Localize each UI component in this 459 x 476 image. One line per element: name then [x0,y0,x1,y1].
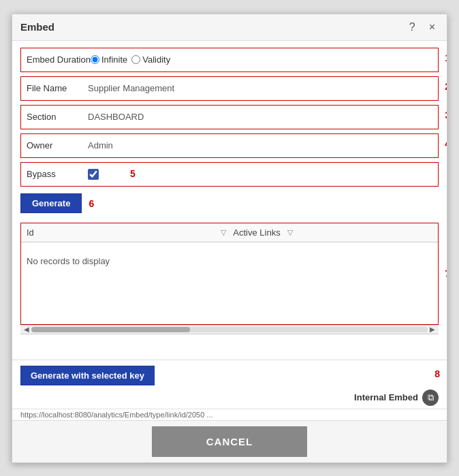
col-links-label: Active Links [233,227,280,238]
radio-validity-label[interactable]: Validity [131,54,170,65]
help-button[interactable]: ? [406,20,419,35]
dialog-body: Embed Duration Infinite Validity 1 File … [12,41,447,360]
col-links: ▽ Active Links ▽ [81,227,432,238]
scrollbar-track [31,327,428,332]
embed-duration-options: Infinite Validity [91,54,170,65]
no-records-text: No records to display [27,253,110,269]
scroll-right-arrow[interactable]: ▶ [428,326,437,333]
filter-icon-left[interactable]: ▽ [221,228,226,237]
section-input[interactable] [88,112,432,122]
col-id: Id [27,227,81,238]
radio-infinite[interactable] [91,55,99,64]
annotation-3: 3 [445,110,447,121]
dialog-header: Embed ? × [12,14,447,41]
file-name-label: File Name [27,83,88,93]
annotation-4: 4 [445,138,447,149]
close-button[interactable]: × [426,20,439,35]
generate-row: Generate 6 [20,191,439,217]
scrollbar-thumb [31,327,190,332]
section-label: Section [27,112,88,122]
col-id-label: Id [27,227,34,238]
section-row: Section 3 [20,105,439,129]
dialog-title: Embed [20,21,54,33]
bottom-section: Generate with selected key 8 Internal Em… [12,360,447,420]
scroll-left-arrow[interactable]: ◀ [22,326,31,333]
internal-embed-row: Internal Embed ⧉ [12,388,447,409]
annotation-1: 1 [445,52,447,63]
file-name-row: File Name 2 [20,76,439,101]
embed-dialog: Embed ? × Embed Duration Infinite Validi… [12,14,447,463]
bypass-label: Bypass [27,169,88,179]
header-icons: ? × [406,20,439,35]
cancel-button[interactable]: CANCEL [152,426,308,457]
annotation-8: 8 [434,368,440,379]
active-links-table: Id ▽ Active Links ▽ No records to displa… [20,223,439,325]
radio-validity[interactable] [131,55,140,64]
copy-embed-button[interactable]: ⧉ [422,390,439,406]
annotation-2: 2 [445,81,447,92]
annotation-7: 7 [445,268,447,279]
radio-validity-text: Validity [142,54,170,65]
generate-key-row: Generate with selected key 8 [12,360,447,388]
annotation-5: 5 [130,168,136,179]
radio-infinite-label[interactable]: Infinite [91,54,127,65]
horizontal-scrollbar[interactable]: ◀ ▶ [20,325,439,334]
file-name-input[interactable] [88,83,432,93]
bypass-checkbox[interactable] [88,169,99,180]
filter-icon-right[interactable]: ▽ [287,228,293,237]
generate-key-button[interactable]: Generate with selected key [20,366,155,385]
embed-duration-row: Embed Duration Infinite Validity 1 [20,48,439,72]
owner-label: Owner [27,140,88,150]
url-preview: https://localhost:8080/analytics/Embed/t… [12,409,447,420]
embed-duration-label: Embed Duration [27,54,91,65]
internal-embed-label: Internal Embed [354,392,418,402]
bypass-row: Bypass 5 [20,162,439,187]
table-body: No records to display [21,242,438,324]
dialog-footer: CANCEL [12,420,447,462]
generate-button[interactable]: Generate [20,193,82,213]
table-header: Id ▽ Active Links ▽ [21,223,438,242]
radio-infinite-text: Infinite [101,54,127,65]
annotation-6: 6 [89,198,94,209]
owner-row: Owner 4 [20,133,439,158]
owner-input[interactable] [88,140,432,150]
